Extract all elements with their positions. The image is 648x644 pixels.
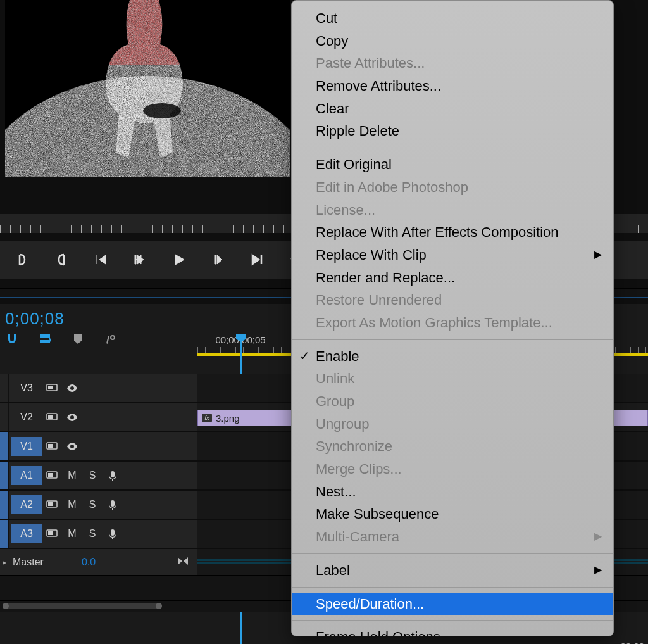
svg-rect-11 bbox=[48, 444, 53, 448]
menu-item: Group bbox=[292, 390, 613, 413]
sync-lock-icon[interactable] bbox=[42, 528, 62, 540]
menu-item-label: Group bbox=[316, 393, 354, 409]
track-visibility-icon[interactable] bbox=[62, 412, 82, 423]
menu-item-label: Ungroup bbox=[316, 416, 369, 432]
menu-item-label: Merge Clips... bbox=[316, 461, 402, 477]
go-to-in-button[interactable] bbox=[92, 251, 109, 268]
mute-toggle[interactable]: M bbox=[62, 470, 82, 481]
mute-toggle[interactable]: M bbox=[62, 528, 82, 540]
track-target-a3[interactable]: A3 bbox=[11, 524, 42, 543]
settings-icon[interactable] bbox=[104, 332, 118, 346]
track-target-a1[interactable]: A1 bbox=[11, 466, 42, 485]
menu-item-label: Replace With After Effects Composition bbox=[316, 224, 559, 240]
menu-item-label: Label bbox=[316, 562, 350, 578]
menu-item: Synchronize bbox=[292, 435, 613, 458]
svg-rect-7 bbox=[48, 386, 53, 389]
voiceover-icon[interactable] bbox=[103, 528, 123, 540]
menu-item: Unlink bbox=[292, 367, 613, 390]
svg-rect-9 bbox=[48, 415, 53, 419]
menu-item[interactable]: Render and Replace... bbox=[292, 267, 613, 289]
menu-item-label: Remove Attributes... bbox=[316, 78, 441, 94]
menu-item-label: License... bbox=[316, 202, 375, 218]
voiceover-icon[interactable] bbox=[103, 470, 123, 481]
snap-icon[interactable] bbox=[5, 332, 19, 346]
menu-item: Edit in Adobe Photoshop bbox=[292, 176, 613, 199]
solo-toggle[interactable]: S bbox=[82, 470, 103, 481]
menu-item[interactable]: Cut bbox=[292, 7, 613, 30]
menu-item[interactable]: Nest... bbox=[292, 481, 613, 503]
menu-item-label: Synchronize bbox=[316, 438, 392, 454]
menu-item[interactable]: Make Subsequence bbox=[292, 503, 613, 526]
menu-item-label: Render and Replace... bbox=[316, 270, 455, 286]
submenu-arrow-icon: ▶ bbox=[594, 248, 602, 262]
track-visibility-icon[interactable] bbox=[62, 441, 82, 452]
menu-item: Ungroup bbox=[292, 413, 613, 436]
track-source-patch[interactable] bbox=[0, 520, 9, 548]
linked-selection-icon[interactable] bbox=[38, 332, 52, 346]
menu-item-label: Copy bbox=[316, 33, 348, 49]
track-visibility-icon[interactable] bbox=[62, 382, 82, 394]
menu-item[interactable]: Copy bbox=[292, 30, 613, 53]
menu-item[interactable]: Label▶ bbox=[292, 559, 613, 582]
menu-item[interactable]: Edit Original bbox=[292, 153, 613, 176]
sync-lock-icon[interactable] bbox=[42, 499, 62, 510]
menu-item[interactable]: Frame Hold Options... bbox=[292, 626, 613, 636]
menu-item-label: Frame Hold Options... bbox=[316, 629, 452, 636]
menu-item[interactable]: Replace With Clip▶ bbox=[292, 244, 613, 267]
menu-item[interactable]: Speed/Duration... bbox=[292, 593, 613, 616]
svg-point-5 bbox=[143, 103, 181, 118]
menu-item[interactable]: Ripple Delete bbox=[292, 120, 613, 142]
track-source-patch[interactable] bbox=[0, 491, 9, 519]
sync-lock-icon[interactable] bbox=[42, 382, 62, 394]
clip-context-menu: CutCopyPaste Attributes...Remove Attribu… bbox=[291, 0, 614, 636]
step-forward-button[interactable] bbox=[210, 251, 227, 268]
track-source-patch[interactable] bbox=[0, 432, 9, 460]
menu-item-label: Edit in Adobe Photoshop bbox=[316, 179, 468, 195]
menu-item[interactable]: Clear bbox=[292, 98, 613, 120]
menu-item: Restore Unrendered bbox=[292, 289, 613, 312]
menu-item-label: Clear bbox=[316, 101, 349, 117]
master-value[interactable]: 0.0 bbox=[82, 557, 96, 568]
menu-item: Merge Clips... bbox=[292, 458, 613, 481]
menu-item[interactable]: Replace With After Effects Composition bbox=[292, 221, 613, 244]
track-source-patch[interactable] bbox=[0, 462, 9, 489]
track-target-v3[interactable]: V3 bbox=[11, 379, 42, 398]
track-target-v1[interactable]: V1 bbox=[11, 437, 42, 456]
sync-lock-icon[interactable] bbox=[42, 412, 62, 423]
output-icon[interactable] bbox=[177, 557, 189, 568]
ruler-label: 00;20 bbox=[620, 641, 644, 644]
mark-in-button[interactable] bbox=[14, 251, 30, 268]
track-source-patch[interactable] bbox=[0, 374, 9, 402]
mute-toggle[interactable]: M bbox=[62, 499, 82, 510]
menu-item-label: Make Subsequence bbox=[316, 506, 439, 522]
track-source-patch[interactable] bbox=[0, 403, 9, 431]
svg-rect-17 bbox=[48, 531, 53, 535]
menu-item: License... bbox=[292, 199, 613, 222]
menu-item-label: Cut bbox=[316, 10, 337, 26]
program-monitor bbox=[5, 0, 290, 177]
menu-item-label: Nest... bbox=[316, 484, 356, 500]
sync-lock-icon[interactable] bbox=[42, 441, 62, 452]
marker-icon[interactable] bbox=[71, 332, 85, 346]
step-back-button[interactable] bbox=[132, 251, 148, 268]
timeline-tools bbox=[5, 332, 118, 346]
mark-out-button[interactable] bbox=[53, 251, 70, 268]
go-to-out-button[interactable] bbox=[249, 251, 266, 268]
check-icon: ✓ bbox=[299, 348, 310, 365]
voiceover-icon[interactable] bbox=[103, 499, 123, 510]
current-timecode[interactable]: 0;00;08 bbox=[5, 309, 65, 329]
menu-item: Multi-Camera▶ bbox=[292, 526, 613, 548]
menu-item: Export As Motion Graphics Template... bbox=[292, 312, 613, 334]
menu-item[interactable]: ✓Enable bbox=[292, 345, 613, 368]
sync-lock-icon[interactable] bbox=[42, 470, 62, 481]
solo-toggle[interactable]: S bbox=[82, 528, 103, 540]
solo-toggle[interactable]: S bbox=[82, 499, 103, 510]
menu-item[interactable]: Remove Attributes... bbox=[292, 75, 613, 98]
submenu-arrow-icon: ▶ bbox=[594, 563, 602, 577]
fx-badge: fx bbox=[202, 414, 212, 422]
expand-icon[interactable]: ▸ bbox=[0, 558, 9, 567]
play-button[interactable] bbox=[171, 251, 187, 268]
track-target-v2[interactable]: V2 bbox=[11, 408, 42, 427]
track-target-a2[interactable]: A2 bbox=[11, 495, 42, 514]
submenu-arrow-icon: ▶ bbox=[594, 529, 602, 543]
